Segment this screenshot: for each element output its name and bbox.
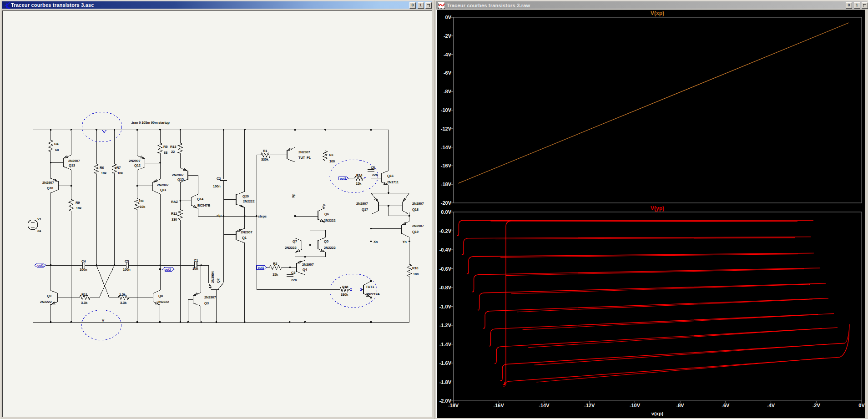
svg-text:-12V: -12V [584,403,595,408]
svg-text:-16V: -16V [494,403,505,408]
svg-text:v(xp): v(xp) [651,411,664,416]
svg-text:-4V: -4V [767,403,775,408]
svg-text:-18V: -18V [448,403,459,408]
svg-text:-6V: -6V [722,403,730,408]
svg-text:-2V: -2V [812,403,821,408]
svg-text:V(xp): V(xp) [651,10,664,16]
svg-text:V(yp): V(yp) [651,205,664,212]
svg-text:0V: 0V [858,403,865,408]
svg-text:-10V: -10V [630,403,641,408]
svg-text:-14V: -14V [539,403,550,408]
svg-text:-8V: -8V [676,403,685,408]
